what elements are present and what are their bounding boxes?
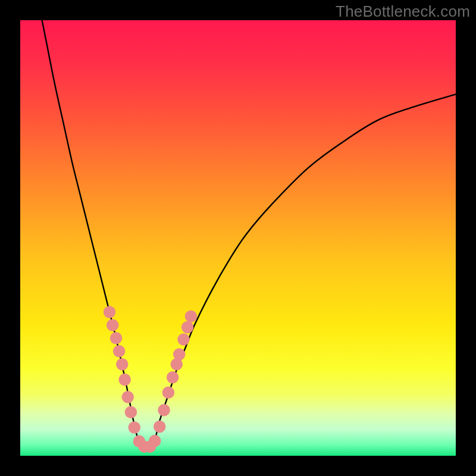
highlight-dot: [104, 306, 115, 318]
highlight-dot: [113, 345, 125, 357]
highlight-dot: [125, 406, 137, 418]
highlight-dot: [181, 321, 193, 333]
plot-area: [20, 20, 456, 456]
watermark-text: TheBottleneck.com: [336, 2, 470, 21]
gradient-background: [20, 20, 456, 456]
highlight-dot: [158, 404, 170, 416]
highlight-dot: [116, 358, 128, 370]
highlight-dot: [129, 421, 140, 433]
highlight-dot: [167, 371, 178, 383]
highlight-dot: [149, 435, 161, 447]
chart-frame: TheBottleneck.com: [0, 0, 476, 476]
highlight-dot: [118, 374, 130, 386]
highlight-dot: [122, 391, 134, 403]
highlight-dot: [107, 319, 118, 331]
highlight-dot: [177, 333, 189, 345]
highlight-dot: [173, 348, 185, 360]
highlight-dot: [162, 387, 174, 399]
highlight-dot: [154, 421, 165, 433]
chart-svg: [20, 20, 456, 456]
highlight-dot: [110, 332, 122, 344]
highlight-dot: [185, 311, 197, 322]
